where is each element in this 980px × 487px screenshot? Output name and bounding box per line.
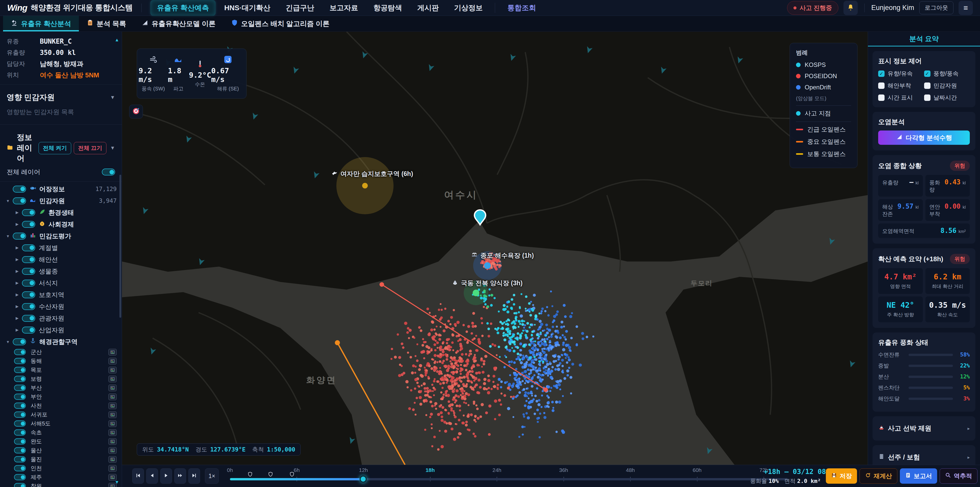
fast-forward-button[interactable] — [174, 468, 186, 484]
region-preview-button-울산[interactable] — [108, 447, 117, 454]
fence-deploy-marker-3h[interactable] — [290, 472, 294, 478]
toolbar-tab-0[interactable]: 유출유 확산분석 — [3, 16, 79, 31]
layer-toggle-민감도평가[interactable] — [13, 233, 26, 240]
timeline-tick-48h[interactable]: 48h — [626, 467, 635, 473]
timeline-handle[interactable] — [360, 476, 367, 483]
display-checkbox-5[interactable]: 날짜시간 — [924, 94, 970, 102]
region-toggle-완도[interactable] — [14, 439, 26, 445]
chevron-right-icon[interactable]: ▶ — [13, 316, 21, 321]
layer-toggle-사회경제[interactable] — [22, 221, 35, 228]
skip-end-button[interactable] — [188, 468, 200, 484]
region-preview-button-인천[interactable] — [108, 465, 117, 472]
layer-toggle-보호지역[interactable] — [22, 291, 35, 298]
nav-item-3[interactable]: 보고자료 — [323, 0, 365, 16]
region-toggle-속초[interactable] — [14, 430, 26, 436]
skip-start-button[interactable] — [132, 468, 144, 484]
저장-button[interactable]: 저장 — [826, 468, 857, 484]
playback-speed-button[interactable]: 1× — [205, 468, 219, 484]
region-toggle-서귀포[interactable] — [14, 412, 26, 418]
region-preview-button-부산[interactable] — [108, 385, 117, 391]
region-toggle-동해[interactable] — [14, 358, 26, 364]
layer-toggle-산업자원[interactable] — [22, 327, 35, 334]
display-checkbox-0[interactable]: ✓유향/유속 — [878, 70, 924, 78]
chevron-down-icon[interactable]: ▼ — [4, 340, 12, 344]
fence-deploy-marker-1h[interactable] — [248, 472, 253, 478]
play-button[interactable] — [160, 468, 172, 484]
region-preview-button-서귀포[interactable] — [108, 411, 117, 418]
chevron-right-icon[interactable]: ▶ — [13, 246, 21, 250]
chevron-right-icon[interactable]: ▶ — [13, 292, 21, 297]
timeline-tick-6h[interactable]: 6h — [294, 467, 300, 473]
region-toggle-부산[interactable] — [14, 385, 26, 391]
layer-toggle-서식지[interactable] — [22, 279, 35, 287]
region-toggle-창원[interactable] — [14, 483, 26, 487]
nav-item-7[interactable]: 통합조회 — [501, 0, 542, 16]
chevron-right-icon[interactable]: ▶ — [13, 222, 21, 227]
region-toggle-서해5도[interactable] — [14, 421, 26, 427]
master-layer-toggle[interactable] — [102, 169, 115, 176]
region-preview-button-보령[interactable] — [108, 376, 117, 382]
menu-button[interactable]: ≡ — [959, 1, 973, 15]
역추적-button[interactable]: 역추적 — [940, 468, 977, 484]
region-toggle-부안[interactable] — [14, 394, 26, 400]
region-preview-button-목포[interactable] — [108, 367, 117, 374]
region-preview-button-부안[interactable] — [108, 394, 117, 400]
display-checkbox-2[interactable]: 해안부착 — [878, 82, 924, 89]
timeline-tick-18h[interactable]: 18h — [425, 467, 434, 473]
scroll-down-icon[interactable]: ▼ — [115, 480, 119, 485]
chevron-right-icon[interactable]: ▶ — [13, 327, 21, 332]
region-toggle-울진[interactable] — [14, 457, 26, 463]
toolbar-tab-1[interactable]: 분석 목록 — [79, 16, 134, 31]
locate-accident-button[interactable] — [129, 105, 143, 118]
nav-item-5[interactable]: 게시판 — [410, 0, 445, 16]
region-toggle-보령[interactable] — [14, 376, 26, 382]
region-toggle-사천[interactable] — [14, 403, 26, 409]
nav-item-6[interactable]: 기상정보 — [447, 0, 489, 16]
nav-item-2[interactable]: 긴급구난 — [279, 0, 321, 16]
layer-toggle-해안선[interactable] — [22, 256, 35, 263]
layer-toggle-관광자원[interactable] — [22, 315, 35, 322]
region-toggle-제주[interactable] — [14, 474, 26, 481]
재계산-button[interactable]: 재계산 — [859, 468, 897, 484]
region-toggle-군산[interactable] — [14, 349, 26, 355]
chevron-down-icon[interactable]: ▼ — [4, 234, 12, 238]
panel-title[interactable]: 분석 요약 — [868, 32, 980, 46]
region-toggle-울산[interactable] — [14, 447, 26, 453]
region-preview-button-동해[interactable] — [108, 358, 117, 364]
chevron-right-icon[interactable]: ▶ — [13, 281, 21, 285]
chevron-right-icon[interactable]: ▶ — [13, 257, 21, 262]
region-preview-button-사천[interactable] — [108, 402, 117, 409]
chevron-right-icon[interactable]: ▶ — [13, 304, 21, 309]
timeline-tick-60h[interactable]: 60h — [693, 467, 702, 473]
polygon-analysis-button[interactable]: 다각형 분석수행 — [878, 131, 970, 145]
nav-item-0[interactable]: 유출유 확산예측 — [150, 0, 216, 16]
nav-item-4[interactable]: 항공탐색 — [367, 0, 409, 16]
layers-all-on-button[interactable]: 전체 켜기 — [38, 142, 71, 154]
owner-insurance-card[interactable]: 선주 / 보험 ▸ — [873, 445, 975, 465]
layer-toggle-수산자원[interactable] — [22, 303, 35, 310]
accident-location-pin[interactable] — [473, 209, 487, 226]
nav-item-1[interactable]: HNS·대기확산 — [218, 0, 277, 16]
map-canvas[interactable]: 여수시 화양면 두모리 여자만 습지보호구역 (6h) 종포 해수욕장 (1h)… — [122, 32, 868, 465]
layer-toggle-생물종[interactable] — [22, 268, 35, 275]
sidebar-scrollbar[interactable] — [119, 175, 121, 318]
region-preview-button-서해5도[interactable] — [108, 420, 117, 427]
layer-toggle-어장정보[interactable] — [13, 186, 26, 193]
region-preview-button-군산[interactable] — [108, 349, 117, 356]
chevron-down-icon[interactable]: ▼ — [110, 145, 115, 151]
fence-deploy-marker-2h[interactable] — [268, 472, 273, 478]
region-preview-button-완도[interactable] — [108, 438, 117, 445]
timeline-tick-24h[interactable]: 24h — [492, 467, 501, 473]
region-toggle-인천[interactable] — [14, 465, 26, 471]
chevron-down-icon[interactable]: ▼ — [4, 199, 12, 203]
layer-toggle-계절별[interactable] — [22, 244, 35, 251]
layer-toggle-환경생태[interactable] — [22, 209, 35, 216]
chevron-right-icon[interactable]: ▶ — [13, 210, 21, 215]
display-checkbox-3[interactable]: 민감자원 — [924, 82, 970, 89]
chevron-right-icon[interactable]: ▶ — [13, 269, 21, 273]
보고서-button[interactable]: 보고서 — [900, 468, 937, 484]
region-preview-button-속초[interactable] — [108, 429, 117, 436]
display-checkbox-1[interactable]: ✓풍향/풍속 — [924, 70, 970, 78]
layers-all-off-button[interactable]: 전체 끄기 — [74, 142, 107, 154]
scroll-up-icon[interactable]: ▲ — [115, 37, 119, 43]
